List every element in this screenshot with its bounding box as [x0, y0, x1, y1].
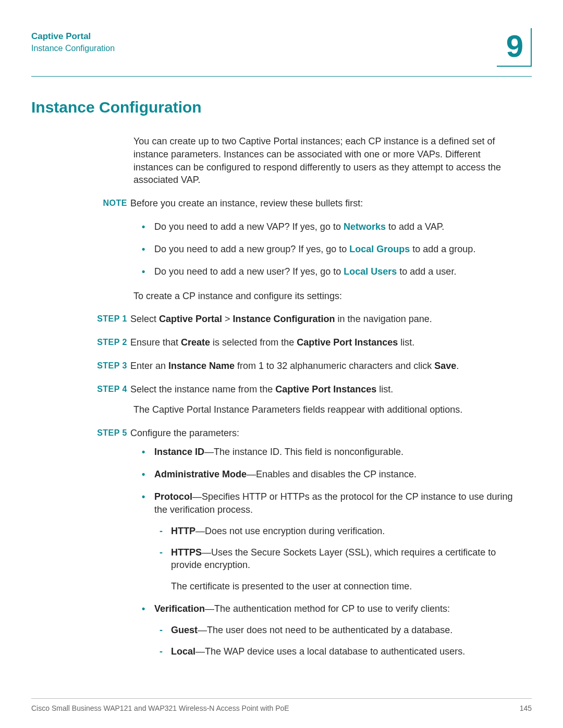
param-text: —The user does not need to be authentica…: [198, 625, 452, 635]
param-text: —The WAP device uses a local database to…: [195, 646, 465, 657]
list-item: HTTPS—Uses the Secure Sockets Layer (SSL…: [171, 546, 521, 572]
bold-text: Captive Port Instances: [275, 384, 376, 394]
bold-text: Local: [171, 646, 195, 657]
step-label: STEP 2: [83, 336, 130, 349]
page-footer: Cisco Small Business WAP121 and WAP321 W…: [31, 698, 532, 712]
step-text: Ensure that: [130, 337, 181, 348]
list-item: Do you need to add a new group? If yes, …: [154, 243, 521, 256]
header-divider: [31, 76, 532, 77]
dash-list: HTTP—Does not use encryption during veri…: [154, 525, 521, 572]
bold-text: Guest: [171, 625, 198, 635]
step-body: Enter an Instance Name from 1 to 32 alph…: [130, 360, 459, 373]
bold-text: Verification: [154, 603, 205, 614]
bold-text: Administrative Mode: [154, 469, 247, 479]
chapter-number-box: 9: [497, 28, 532, 67]
step-text: list.: [376, 384, 393, 394]
note-bullet-list: Do you need to add a new VAP? If yes, go…: [133, 220, 521, 278]
bullet-text: to add a group.: [410, 244, 475, 254]
parameter-list: Instance ID—The instance ID. This field …: [133, 446, 521, 658]
list-item: Guest—The user does not need to be authe…: [171, 624, 521, 637]
page-header: Captive Portal Instance Configuration 9: [31, 28, 532, 67]
step-text: is selected from the: [210, 337, 297, 348]
section-subtitle: Instance Configuration: [31, 44, 115, 53]
page: Captive Portal Instance Configuration 9 …: [0, 0, 563, 658]
note-text: Before you create an instance, review th…: [130, 197, 363, 210]
cert-note: The certificate is presented to the user…: [154, 580, 521, 593]
list-item: Administrative Mode—Enables and disables…: [154, 468, 521, 481]
step-body: Configure the parameters:: [130, 427, 239, 440]
note-block: NOTE Before you create an instance, revi…: [133, 197, 521, 210]
list-item: Instance ID—The instance ID. This field …: [154, 446, 521, 459]
step-label: STEP 3: [83, 360, 130, 373]
step-label: STEP 1: [83, 313, 130, 326]
step-5: STEP 5 Configure the parameters:: [133, 427, 521, 440]
bullet-text: to add a user.: [397, 266, 456, 277]
step-label: STEP 4: [83, 383, 130, 396]
list-item: Local—The WAP device uses a local databa…: [171, 645, 521, 658]
bold-text: Create: [181, 337, 210, 348]
chapter-number: 9: [506, 31, 523, 62]
bullet-text: Do you need to add a new VAP? If yes, go…: [154, 221, 344, 232]
footer-title: Cisco Small Business WAP121 and WAP321 W…: [31, 704, 289, 712]
bold-text: HTTP: [171, 526, 195, 536]
param-text: —Uses the Secure Sockets Layer (SSL), wh…: [171, 547, 496, 571]
param-text: —The authentication method for CP to use…: [205, 603, 450, 614]
step-3: STEP 3 Enter an Instance Name from 1 to …: [133, 360, 521, 373]
param-text: —Specifies HTTP or HTTPs as the protocol…: [154, 491, 513, 515]
step-text: list.: [398, 337, 414, 348]
list-item: HTTP—Does not use encryption during veri…: [171, 525, 521, 538]
content-body: You can create up to two Captive Portal …: [133, 135, 521, 658]
bullet-text: Do you need to add a new group? If yes, …: [154, 244, 349, 254]
chapter-title: Captive Portal: [31, 31, 115, 42]
step-text: >: [222, 314, 233, 324]
step-text: Enter an: [130, 361, 168, 371]
create-intro: To create a CP instance and configure it…: [133, 290, 521, 303]
dash-list: Guest—The user does not need to be authe…: [154, 624, 521, 658]
bold-text: HTTPS: [171, 547, 202, 558]
bold-text: Instance Configuration: [233, 314, 335, 324]
param-text: —Enables and disables the CP instance.: [247, 469, 417, 479]
bold-text: Captive Portal: [159, 314, 222, 324]
link-local-users[interactable]: Local Users: [344, 266, 397, 277]
step-4-extra: The Captive Portal Instance Parameters f…: [133, 403, 521, 416]
main-heading: Instance Configuration: [31, 98, 532, 116]
step-body: Select Captive Portal > Instance Configu…: [130, 313, 432, 326]
list-item: Verification—The authentication method f…: [154, 602, 521, 658]
note-label: NOTE: [83, 197, 130, 210]
bold-text: Save: [434, 361, 456, 371]
link-networks[interactable]: Networks: [344, 221, 386, 232]
step-1: STEP 1 Select Captive Portal > Instance …: [133, 313, 521, 326]
step-text: .: [456, 361, 459, 371]
step-label: STEP 5: [83, 427, 130, 440]
list-item: Protocol—Specifies HTTP or HTTPs as the …: [154, 490, 521, 593]
step-body: Select the instance name from the Captiv…: [130, 383, 393, 396]
step-text: from 1 to 32 alphanumeric characters and…: [235, 361, 434, 371]
step-text: Select: [130, 314, 159, 324]
step-text: in the navigation pane.: [335, 314, 432, 324]
step-text: Select the instance name from the: [130, 384, 275, 394]
bold-text: Instance Name: [168, 361, 235, 371]
footer-page-number: 145: [520, 704, 532, 712]
list-item: Do you need to add a new VAP? If yes, go…: [154, 220, 521, 233]
bold-text: Captive Port Instances: [297, 337, 398, 348]
param-text: —The instance ID. This field is nonconfi…: [204, 447, 403, 457]
step-2: STEP 2 Ensure that Create is selected fr…: [133, 336, 521, 349]
bullet-text: to add a VAP.: [386, 221, 444, 232]
bold-text: Instance ID: [154, 447, 204, 457]
list-item: Do you need to add a new user? If yes, g…: [154, 265, 521, 278]
header-left: Captive Portal Instance Configuration: [31, 28, 115, 53]
param-text: —Does not use encryption during verifica…: [195, 526, 385, 536]
bold-text: Protocol: [154, 491, 192, 502]
step-body: Ensure that Create is selected from the …: [130, 336, 414, 349]
link-local-groups[interactable]: Local Groups: [349, 244, 410, 254]
bullet-text: Do you need to add a new user? If yes, g…: [154, 266, 344, 277]
intro-paragraph: You can create up to two Captive Portal …: [133, 135, 521, 187]
step-4: STEP 4 Select the instance name from the…: [133, 383, 521, 396]
